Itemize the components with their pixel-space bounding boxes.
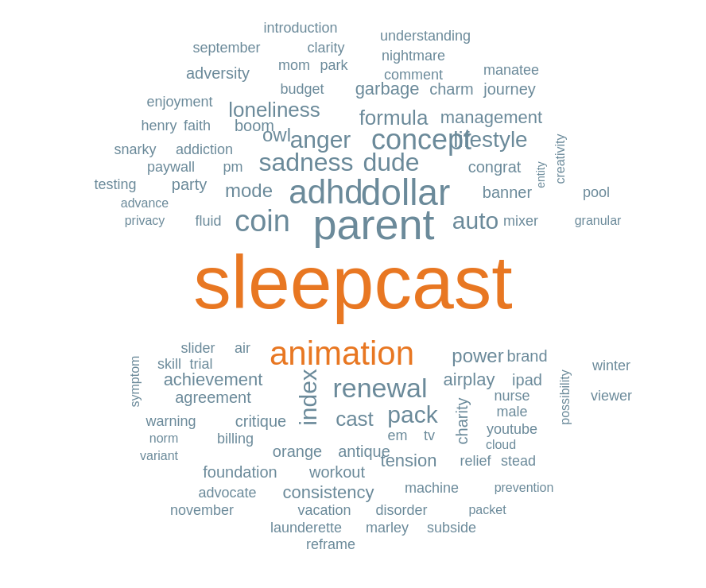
word-skill: skill (157, 356, 181, 373)
word-winter: winter (592, 358, 630, 374)
word-privacy: privacy (125, 214, 165, 228)
word-machine: machine (405, 480, 459, 497)
word-granular: granular (575, 214, 622, 228)
word-september: september (192, 40, 260, 56)
word-mode: mode (225, 180, 273, 202)
word-animation: animation (270, 335, 414, 373)
word-pool: pool (583, 184, 610, 201)
word-airplay: airplay (444, 369, 495, 390)
word-entity: entity (534, 161, 547, 188)
word-adversity: adversity (186, 64, 250, 83)
word-journey: journey (483, 80, 536, 99)
word-understanding: understanding (380, 28, 471, 44)
word-foundation: foundation (203, 463, 277, 482)
word-launderette: launderette (270, 520, 342, 536)
word-charity: charity (453, 398, 471, 445)
word-henry: henry (141, 118, 176, 134)
word-formula: formula (359, 106, 429, 130)
word-auto: auto (452, 207, 498, 234)
word-banner: banner (483, 184, 532, 202)
word-introduction: introduction (263, 20, 337, 37)
word-air: air (235, 340, 250, 357)
word-consistency: consistency (283, 482, 374, 503)
word-possibility: possibility (558, 369, 572, 424)
word-mom: mom (278, 57, 310, 74)
word-trial: trial (189, 356, 212, 373)
word-renewal: renewal (332, 373, 427, 404)
word-cast: cast (336, 407, 374, 431)
word-cloud: sleepcastanimationparentdollaradhdconcep… (0, 0, 706, 588)
word-nightmare: nightmare (382, 48, 445, 64)
word-management: management (440, 107, 542, 128)
word-dude: dude (363, 148, 419, 177)
word-subside: subside (427, 520, 476, 536)
word-budget: budget (280, 81, 324, 98)
word-symptom: symptom (128, 356, 142, 408)
word-creativity: creativity (553, 133, 568, 184)
word-reframe: reframe (306, 536, 355, 553)
word-youtube: youtube (487, 421, 537, 438)
word-power: power (452, 345, 503, 367)
word-comment: comment (384, 67, 443, 83)
word-party: party (172, 176, 207, 194)
word-pm: pm (223, 159, 242, 176)
word-fluid: fluid (195, 213, 221, 230)
word-orange: orange (273, 443, 322, 461)
word-advance: advance (121, 196, 169, 211)
word-tension: tension (381, 451, 437, 471)
word-advocate: advocate (198, 485, 256, 501)
word-disorder: disorder (375, 502, 427, 519)
word-manatee: manatee (483, 62, 539, 79)
word-anger: anger (290, 126, 351, 153)
word-workout: workout (309, 463, 365, 482)
word-achievement: achievement (164, 369, 263, 390)
word-viewer: viewer (591, 388, 632, 404)
word-park: park (320, 57, 347, 74)
word-nurse: nurse (494, 388, 530, 404)
word-lifestyle: lifestyle (453, 127, 527, 153)
word-brand: brand (506, 347, 547, 366)
word-agreement: agreement (175, 389, 251, 407)
word-faith: faith (184, 118, 211, 134)
word-ipad: ipad (512, 371, 542, 389)
word-mixer: mixer (503, 213, 538, 230)
word-critique: critique (235, 412, 286, 431)
word-norm: norm (149, 431, 178, 446)
word-clarity: clarity (307, 40, 344, 56)
word-adhd: adhd (289, 173, 363, 211)
word-cloud: cloud (486, 438, 516, 452)
word-paywall: paywall (147, 159, 195, 176)
word-warning: warning (145, 413, 196, 430)
word-testing: testing (94, 176, 136, 193)
word-variant: variant (140, 449, 178, 463)
word-male: male (496, 404, 527, 420)
word-stead: stead (501, 453, 536, 470)
word-tv: tv (424, 427, 435, 444)
word-marley: marley (366, 520, 409, 536)
word-enjoyment: enjoyment (146, 94, 212, 110)
word-snarky: snarky (114, 141, 156, 158)
word-prevention: prevention (495, 481, 554, 495)
word-pack: pack (387, 401, 437, 428)
word-congrat: congrat (468, 158, 522, 176)
word-november: november (170, 502, 234, 519)
word-coin: coin (235, 204, 290, 238)
word-relief: relief (460, 453, 491, 470)
word-boom: boom (235, 117, 274, 135)
word-dollar: dollar (361, 171, 451, 214)
word-packet: packet (468, 503, 506, 517)
word-vacation: vacation (297, 502, 351, 519)
word-em: em (387, 427, 407, 444)
word-slider: slider (180, 340, 215, 357)
word-sleepcast: sleepcast (193, 239, 512, 326)
word-billing: billing (217, 431, 254, 447)
word-index: index (295, 369, 322, 426)
word-addiction: addiction (176, 141, 233, 158)
